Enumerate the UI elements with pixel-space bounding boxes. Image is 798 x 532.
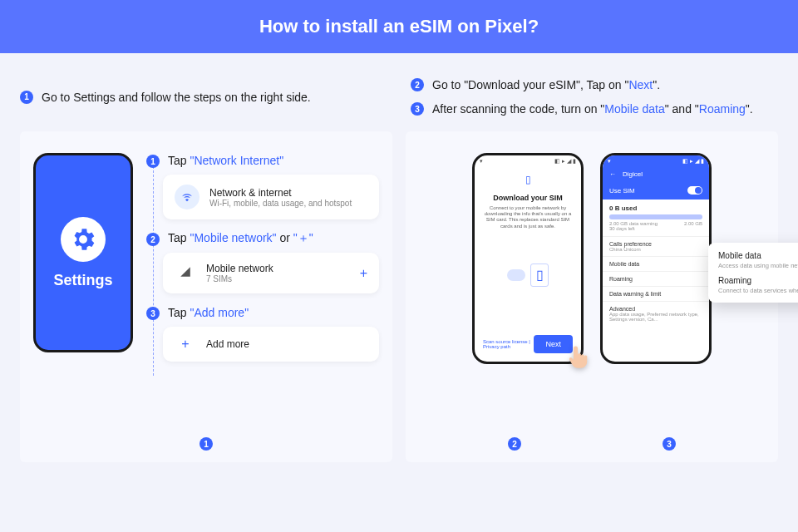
settings-phone-mockup: Settings [33, 153, 133, 352]
wifi-icon [175, 185, 200, 209]
right-panel: ▾◧ ▸ ◢ ▮ ▯ Download your SIM Connect to … [406, 131, 778, 462]
substep-1: 1 Tap "Network Internet" Network & inter… [146, 153, 379, 219]
add-more-card[interactable]: + Add more [163, 327, 379, 362]
instruction-1-block: 1 Go to Settings and follow the steps on… [20, 70, 387, 125]
substep-badge: 2 [146, 233, 160, 246]
download-sim-title: Download your SIM [483, 194, 573, 202]
network-internet-card[interactable]: Network & internet Wi-Fi, mobile, data u… [163, 175, 379, 219]
mobile-network-card[interactable]: Mobile network 7 SIMs + [163, 253, 379, 293]
substep-3: 3 Tap "Add more" + Add more [146, 305, 379, 362]
carrier-header: ← Digicel [603, 167, 709, 181]
substep-badge: 3 [146, 307, 160, 320]
download-sim-phone: ▾◧ ▸ ◢ ▮ ▯ Download your SIM Connect to … [472, 153, 584, 364]
panel-num-2: 2 [508, 437, 521, 451]
sim-settings-phone: ▾◧ ▸ ◢ ▮ ← Digicel Use SIM 0 B used 2.00… [600, 153, 712, 364]
status-bar: ▾◧ ▸ ◢ ▮ [475, 155, 581, 167]
step-badge-2: 2 [411, 78, 424, 91]
cloud-icon [507, 269, 525, 281]
signal-icon [175, 266, 196, 280]
panels: Settings 1 Tap "Network Internet" Networ… [0, 131, 798, 479]
top-instructions: 1 Go to Settings and follow the steps on… [0, 53, 798, 131]
plus-icon[interactable]: + [360, 266, 367, 281]
panel-num-1: 1 [200, 437, 213, 451]
download-sim-desc: Connect to your mobile network by downlo… [483, 205, 573, 229]
instruction-1-text: Go to Settings and follow the steps on t… [42, 89, 311, 106]
instruction-right-block: 2 Go to "Download your eSIM", Tap on "Ne… [411, 70, 778, 125]
status-bar: ▾◧ ▸ ◢ ▮ [603, 155, 709, 167]
substep-badge: 1 [146, 155, 160, 168]
left-panel: Settings 1 Tap "Network Internet" Networ… [20, 131, 392, 462]
instruction-2-text: Go to "Download your eSIM", Tap on "Next… [432, 76, 660, 94]
highlight-next: Next [628, 78, 653, 91]
highlight-network: "Network Internet" [190, 154, 283, 167]
step-badge-3: 3 [411, 102, 424, 116]
license-link[interactable]: Scan source license | Privacy path [483, 339, 534, 349]
gear-icon [61, 217, 106, 262]
page-header: How to install an eSIM on Pixel? [0, 0, 798, 53]
hand-pointer-icon [565, 344, 590, 369]
sim-icon: ▯ [483, 174, 573, 185]
use-sim-row[interactable]: Use SIM [603, 181, 709, 200]
roaming-row[interactable]: Roaming [603, 271, 709, 286]
back-icon[interactable]: ← [609, 170, 616, 178]
mobile-data-label: Mobile data [718, 251, 798, 260]
data-warning-row[interactable]: Data warning & limit [603, 286, 709, 301]
roaming-label: Roaming [718, 276, 798, 285]
mobile-data-row[interactable]: Mobile data [603, 256, 709, 271]
instruction-3-text: After scanning the code, turn on "Mobile… [432, 101, 753, 118]
toggle-icon[interactable] [687, 186, 702, 195]
substep-2: 2 Tap "Mobile network" or "＋" Mobile net… [146, 231, 379, 293]
highlight-mobile-data: Mobile data [604, 102, 664, 116]
step-badge-1: 1 [20, 91, 33, 104]
download-illustration: ▯ [483, 246, 573, 304]
plus-icon: + [175, 337, 196, 352]
data-usage-section: 0 B used 2.00 GB data warning30 days lef… [603, 200, 709, 236]
toggle-callout-card: Mobile data Access data using mobile net… [708, 243, 798, 303]
simcard-icon: ▯ [530, 264, 549, 287]
advanced-row[interactable]: AdvancedApp data usage, Preferred networ… [603, 301, 709, 326]
panel-num-3: 3 [663, 437, 676, 451]
page-title: How to install an eSIM on Pixel? [259, 16, 539, 37]
calls-pref-row[interactable]: Calls preferenceChina Unicom [603, 236, 709, 256]
steps-column: 1 Tap "Network Internet" Network & inter… [146, 153, 379, 426]
highlight-roaming: Roaming [699, 102, 746, 116]
settings-label: Settings [53, 272, 112, 289]
